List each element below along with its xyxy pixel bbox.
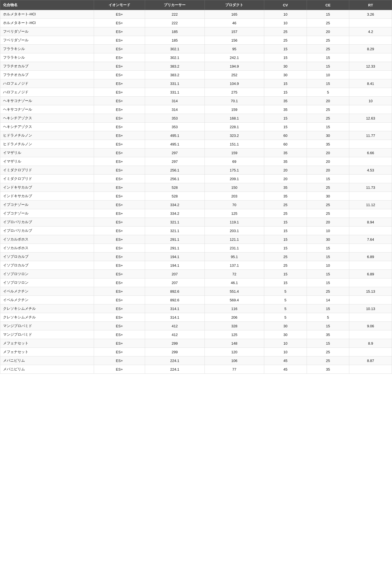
table-row: ヘキサコナゾールES+31470.1352010 <box>0 97 392 105</box>
cell-ce: 5 <box>307 313 349 322</box>
cell-name: フベリダゾール <box>0 36 94 45</box>
header-ce: CE <box>307 0 349 10</box>
cell-pre: 222 <box>145 10 205 19</box>
cell-ce: 10 <box>307 71 349 79</box>
cell-pro: 72 <box>205 270 264 278</box>
cell-pro: 551.4 <box>205 287 264 296</box>
cell-pro: 121.1 <box>205 235 264 244</box>
cell-pre: 353 <box>145 114 205 123</box>
cell-name: イプコナゾール <box>0 209 94 218</box>
cell-rt: 9.06 <box>349 322 392 330</box>
cell-ion: ES+ <box>94 278 145 287</box>
cell-ce: 20 <box>307 157 349 166</box>
table-row: イソプロツロンES+2077215156.89 <box>0 270 392 278</box>
cell-cv: 30 <box>264 71 307 79</box>
table-row: イソプロツロンES+20746.11515 <box>0 278 392 287</box>
cell-ion: ES+ <box>94 71 145 79</box>
cell-rt <box>349 209 392 218</box>
cell-ion: ES+ <box>94 235 145 244</box>
cell-rt: 8.94 <box>349 218 392 227</box>
table-row: マンジプロバミドES+41232830159.06 <box>0 322 392 330</box>
cell-pre: 334.2 <box>145 201 205 209</box>
table-row: メフェナセットES+29914810158.9 <box>0 339 392 348</box>
cell-cv: 10 <box>264 19 307 27</box>
table-row: ヘキシチアゾクスES+353228.11515 <box>0 123 392 131</box>
cell-ce: 20 <box>307 166 349 175</box>
table-row: フラチオカルブES+383.22523010 <box>0 71 392 79</box>
cell-ion: ES+ <box>94 36 145 45</box>
cell-pro: 95.1 <box>205 252 264 261</box>
cell-ion: ES+ <box>94 339 145 348</box>
cell-name: インドキサカルブ <box>0 192 94 201</box>
header-name: 化合物名 <box>0 0 94 10</box>
cell-pro: 209.1 <box>205 175 264 183</box>
cell-pre: 331.1 <box>145 79 205 88</box>
cell-ion: ES+ <box>94 192 145 201</box>
cell-pro: 323.2 <box>205 131 264 140</box>
cell-ce: 10 <box>307 261 349 270</box>
cell-pre: 321.1 <box>145 218 205 227</box>
cell-cv: 45 <box>264 365 307 374</box>
cell-ion: ES+ <box>94 201 145 209</box>
cell-name: ヘキシチアゾクス <box>0 114 94 123</box>
cell-rt: 6.66 <box>349 149 392 157</box>
cell-name: イソプロカルブ <box>0 252 94 261</box>
cell-pro: 569.4 <box>205 296 264 304</box>
cell-pre: 302.1 <box>145 53 205 62</box>
cell-pre: 353 <box>145 123 205 131</box>
cell-pro: 275 <box>205 88 264 97</box>
table-row: イプロバリカルブES+321.1119.115208.94 <box>0 218 392 227</box>
cell-cv: 30 <box>264 330 307 339</box>
table-row: イソカルボホスES+291.1231.11515 <box>0 244 392 252</box>
cell-ion: ES+ <box>94 261 145 270</box>
cell-ce: 30 <box>307 192 349 201</box>
cell-cv: 20 <box>264 175 307 183</box>
header-precursor: プリカーサー <box>145 0 205 10</box>
cell-ion: ES+ <box>94 62 145 71</box>
cell-cv: 15 <box>264 244 307 252</box>
cell-pro: 70.1 <box>205 97 264 105</box>
cell-name: イソプロツロン <box>0 278 94 287</box>
cell-ion: ES+ <box>94 45 145 53</box>
cell-cv: 15 <box>264 227 307 235</box>
cell-rt: 10.13 <box>349 304 392 313</box>
cell-name: マンジプロバミド <box>0 330 94 339</box>
cell-name: イプロバリカルブ <box>0 227 94 235</box>
cell-ion: ES+ <box>94 252 145 261</box>
cell-pre: 297 <box>145 157 205 166</box>
cell-rt: 8.87 <box>349 356 392 365</box>
cell-ce: 15 <box>307 123 349 131</box>
table-row: フベリダゾールES+18515725204.2 <box>0 27 392 36</box>
table-row: ヘキサコナゾールES+3141593525 <box>0 105 392 114</box>
cell-cv: 5 <box>264 313 307 322</box>
cell-pre: 256.1 <box>145 166 205 175</box>
cell-ce: 35 <box>307 140 349 149</box>
cell-ion: ES+ <box>94 166 145 175</box>
table-row: フララキシルES+302.1242.11515 <box>0 53 392 62</box>
cell-ion: ES+ <box>94 149 145 157</box>
cell-ce: 5 <box>307 88 349 97</box>
cell-ce: 25 <box>307 183 349 192</box>
cell-cv: 15 <box>264 278 307 287</box>
cell-name: ハロフェノジド <box>0 88 94 97</box>
cell-pro: 77 <box>205 365 264 374</box>
cell-cv: 60 <box>264 131 307 140</box>
cell-ce: 15 <box>307 339 349 348</box>
cell-name: イソプロツロン <box>0 270 94 278</box>
cell-ce: 15 <box>307 10 349 19</box>
cell-name: イベルメクチン <box>0 296 94 304</box>
cell-ion: ES+ <box>94 270 145 278</box>
cell-pre: 224.1 <box>145 365 205 374</box>
cell-pre: 495.1 <box>145 140 205 149</box>
cell-rt <box>349 244 392 252</box>
cell-cv: 35 <box>264 105 307 114</box>
cell-pre: 495.1 <box>145 131 205 140</box>
cell-pro: 159 <box>205 105 264 114</box>
cell-pre: 256.1 <box>145 175 205 183</box>
cell-pre: 314.1 <box>145 313 205 322</box>
cell-cv: 25 <box>264 252 307 261</box>
cell-name: ホルメタネート-HCl <box>0 19 94 27</box>
cell-pro: 125 <box>205 330 264 339</box>
cell-pro: 137.1 <box>205 261 264 270</box>
cell-ce: 30 <box>307 131 349 140</box>
